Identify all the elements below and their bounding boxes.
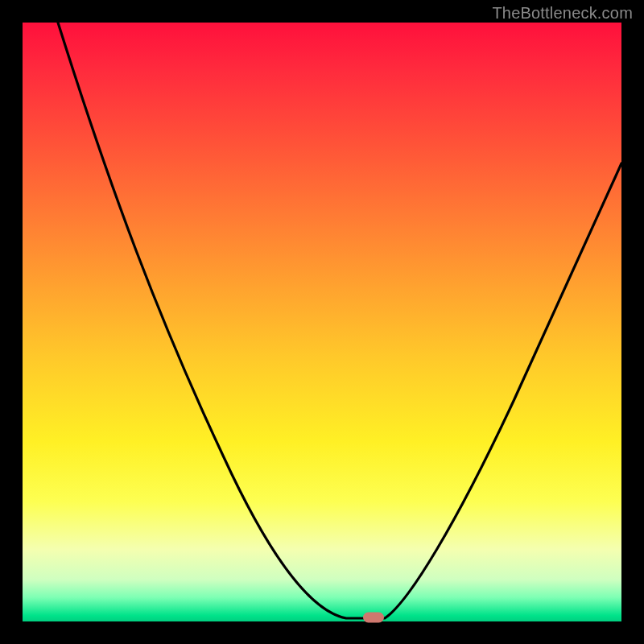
chart-frame: TheBottleneck.com	[0, 0, 644, 644]
chart-plot-area	[23, 23, 621, 621]
optimal-point-marker	[363, 613, 384, 623]
attribution-label: TheBottleneck.com	[492, 4, 633, 23]
curve-path	[58, 23, 621, 618]
bottleneck-curve	[23, 23, 621, 621]
